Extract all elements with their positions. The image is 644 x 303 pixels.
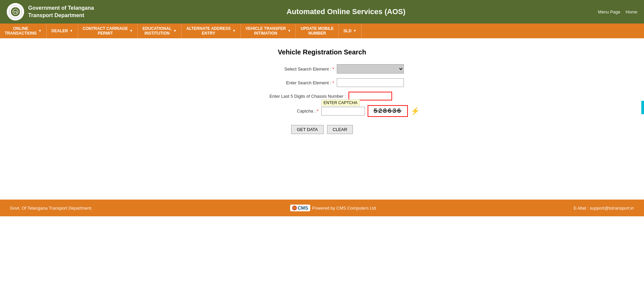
- select-search-element-row: Select Search Element : *: [240, 64, 404, 74]
- search-element-input[interactable]: [337, 78, 404, 87]
- footer: Govt. Of Telangana Transport Department.…: [0, 200, 644, 216]
- footer-email: E-Mail : support@tstransport.in: [574, 206, 634, 211]
- nav-sld[interactable]: SLD ▼: [339, 24, 362, 38]
- side-bar: [641, 101, 644, 114]
- chevron-down-icon: ▼: [353, 29, 357, 33]
- cms-logo-text: CMS: [298, 205, 308, 211]
- captcha-image: 528636: [368, 105, 408, 117]
- chevron-down-icon: ▼: [129, 29, 133, 33]
- nav-alternate-address[interactable]: ALTERNATE ADDRESSENTRY ▼: [181, 24, 240, 38]
- footer-center: CMS Powered by CMS Computers Ltd: [290, 205, 376, 211]
- nav-educational[interactable]: EDUCATIONALINSTITUTION ▼: [138, 24, 181, 38]
- nav-dealer[interactable]: DEALER ▼: [47, 24, 78, 38]
- chevron-down-icon: ▼: [38, 29, 42, 33]
- govt-title: Government of Telangana Transport Depart…: [28, 4, 94, 19]
- cms-logo: CMS: [290, 205, 310, 211]
- chevron-down-icon: ▼: [70, 29, 73, 33]
- cms-circle-icon: [292, 206, 297, 210]
- nav-online-transactions[interactable]: ONLINETRANSACTIONS ▼: [0, 24, 47, 38]
- select-search-label: Select Search Element : *: [240, 67, 334, 72]
- footer-left-text: Govt. Of Telangana Transport Department.: [10, 206, 92, 211]
- button-row: GET DATA CLEAR: [291, 125, 353, 134]
- captcha-refresh-icon[interactable]: ⚡: [411, 107, 420, 116]
- menu-page-link[interactable]: Menu Page: [598, 9, 621, 14]
- nav-vehicle-transfer[interactable]: VEHICLE TRANSFERINTIMATION ▼: [241, 24, 296, 38]
- clear-button[interactable]: CLEAR: [327, 125, 353, 134]
- nav-update-mobile[interactable]: UPDATE MOBILENUMBER: [296, 24, 338, 38]
- site-title: Automated Online Services (AOS): [94, 7, 598, 16]
- get-data-button[interactable]: GET DATA: [291, 125, 324, 134]
- header-left: TS Government of Telangana Transport Dep…: [7, 3, 94, 20]
- chevron-down-icon: ▼: [232, 29, 236, 33]
- captcha-hint: ENTER CAPTCHA: [321, 99, 360, 106]
- captcha-row: Captcha : * ENTER CAPTCHA 528636 ⚡: [225, 105, 420, 117]
- govt-logo: TS: [7, 3, 24, 20]
- chevron-down-icon: ▼: [287, 29, 291, 33]
- chassis-label: Enter Last 5 Digits of Chassis Number :: [252, 94, 346, 99]
- chevron-down-icon: ▼: [173, 29, 177, 33]
- svg-text:TS: TS: [13, 10, 17, 14]
- powered-by-text: Powered by CMS Computers Ltd: [312, 206, 376, 211]
- search-element-select[interactable]: [337, 64, 404, 74]
- navbar: ONLINETRANSACTIONS ▼ DEALER ▼ CONTRACT C…: [0, 24, 644, 38]
- page-title: Vehicle Registration Search: [278, 48, 366, 56]
- enter-search-label: Enter Search Element : *: [240, 80, 334, 85]
- nav-contract-carriage[interactable]: CONTRACT CARRIAGEPERMIT ▼: [78, 24, 138, 38]
- captcha-input[interactable]: [321, 107, 365, 116]
- header: TS Government of Telangana Transport Dep…: [0, 0, 644, 24]
- header-nav: Menu Page Home: [598, 9, 637, 14]
- main-content: Vehicle Registration Search Select Searc…: [0, 38, 644, 200]
- enter-search-element-row: Enter Search Element : *: [240, 78, 404, 87]
- home-link[interactable]: Home: [626, 9, 637, 14]
- captcha-label: Captcha : *: [225, 109, 319, 114]
